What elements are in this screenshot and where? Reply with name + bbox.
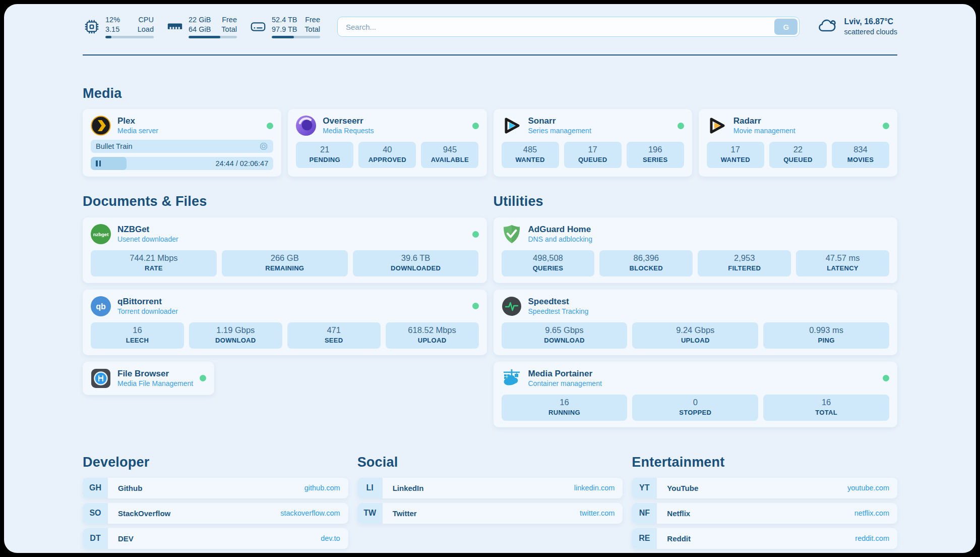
bookmark-name: Twitter [393, 509, 417, 518]
status-dot [200, 375, 206, 381]
service-card-overseerr[interactable]: Overseerr Media Requests 21 PENDING 40 A… [288, 109, 486, 177]
ram-total-label: Total [221, 25, 237, 34]
stat-approved: 40 APPROVED [358, 142, 416, 168]
ram-progress-bar [189, 36, 237, 38]
bookmark-name: Github [118, 484, 142, 492]
service-card-adguard[interactable]: AdGuard Home DNS and adblocking 498,508 … [494, 217, 898, 283]
portainer-icon [502, 368, 522, 388]
bookmark-github[interactable]: GH Github github.com [83, 478, 348, 498]
now-playing-row[interactable]: Bullet Train [91, 140, 273, 153]
pause-icon [96, 160, 101, 166]
weather-location-temp: Lviv, 16.87°C [844, 17, 897, 27]
playback-time: 24:44 / 02:06:47 [215, 159, 268, 168]
disk-free-label: Free [305, 15, 320, 24]
stat-download: 9.65 Gbps DOWNLOAD [502, 322, 628, 349]
service-card-portainer[interactable]: Media Portainer Container management 16 … [494, 362, 898, 427]
media-card-row: Plex Media server Bullet Train 24:44 / 0… [83, 109, 897, 177]
service-card-speedtest[interactable]: Speedtest Speedtest Tracking 9.65 Gbps D… [494, 290, 898, 355]
bookmark-abbr: GH [83, 478, 108, 498]
service-card-nzbget[interactable]: nzbget NZBGet Usenet downloader 744.21 M… [83, 217, 487, 283]
plex-icon [91, 116, 111, 136]
bookmark-group-developer: Developer GH Github github.com SO StackO… [83, 455, 348, 549]
bookmark-twitter[interactable]: TW Twitter twitter.com [357, 503, 623, 524]
bookmark-linkedin[interactable]: LI LinkedIn linkedin.com [357, 478, 623, 498]
bookmark-abbr: YT [632, 478, 657, 498]
ram-icon [166, 18, 184, 36]
sonarr-icon [502, 116, 522, 136]
section-title-media: Media [83, 86, 897, 101]
stat-queued: 22 QUEUED [769, 142, 827, 168]
utilities-column: Utilities AdGuard Home DNS and adblockin… [494, 194, 898, 427]
bookmark-abbr: LI [357, 478, 383, 498]
speedtest-icon [502, 296, 522, 316]
cpu-load-label: Load [138, 25, 154, 34]
service-title: Plex [117, 116, 158, 126]
radarr-icon [707, 116, 727, 136]
cpu-icon [83, 18, 101, 36]
stat-downloaded: 39.6 TB DOWNLOADED [353, 250, 479, 276]
bookmark-name: StackOverflow [118, 509, 170, 518]
weather-widget[interactable]: Lviv, 16.87°C scattered clouds [817, 15, 897, 38]
service-card-filebrowser[interactable]: File Browser Media File Management [83, 362, 214, 395]
service-card-plex[interactable]: Plex Media server Bullet Train 24:44 / 0… [83, 109, 281, 177]
bookmark-url: netflix.com [854, 509, 889, 517]
search-bar: G [337, 17, 800, 37]
service-desc: Media File Management [117, 379, 193, 388]
bookmark-name: Reddit [667, 534, 691, 543]
service-title: Media Portainer [528, 368, 602, 379]
stat-blocked: 86,396 BLOCKED [599, 250, 693, 276]
stat-download: 1.19 Gbps DOWNLOAD [189, 322, 282, 349]
bookmark-netflix[interactable]: NF Netflix netflix.com [632, 503, 897, 524]
ram-free-label: Free [222, 15, 237, 24]
stat-rate: 744.21 Mbps RATE [91, 250, 217, 276]
bookmark-abbr: NF [632, 503, 657, 524]
bookmark-stackoverflow[interactable]: SO StackOverflow stackoverflow.com [83, 503, 348, 524]
service-desc: Speedtest Tracking [528, 307, 589, 316]
bookmark-url: github.com [304, 484, 340, 492]
bookmark-url: youtube.com [847, 484, 889, 492]
stat-ping: 0.993 ms PING [763, 322, 889, 349]
status-dot [472, 123, 479, 129]
dashboard-page: 12% CPU 3.15 Load [4, 4, 976, 553]
section-title-documents: Documents & Files [83, 194, 487, 209]
bookmark-url: linkedin.com [574, 484, 615, 492]
stat-remaining: 266 GB REMAINING [222, 250, 348, 276]
section-title-utilities: Utilities [494, 194, 898, 209]
service-desc: DNS and adblocking [528, 235, 593, 244]
service-title: Radarr [733, 116, 795, 126]
service-desc: Container management [528, 379, 602, 388]
playback-progress-row[interactable]: 24:44 / 02:06:47 [91, 157, 273, 170]
service-title: File Browser [117, 368, 193, 379]
stat-upload: 9.24 Gbps UPLOAD [632, 322, 758, 349]
disk-icon [249, 18, 267, 36]
disk-total-label: Total [304, 25, 320, 34]
stat-upload: 618.52 Mbps UPLOAD [386, 322, 479, 349]
stat-queued: 17 QUEUED [564, 142, 622, 168]
cpu-load-value: 3.15 [105, 25, 119, 34]
search-provider-button[interactable]: G [774, 19, 798, 35]
disk-widget: 52.4 TB Free 97.9 TB Total [249, 15, 320, 38]
stat-movies: 834 MOVIES [832, 142, 889, 168]
service-card-radarr[interactable]: Radarr Movie management 17 WANTED 22 QUE… [699, 109, 897, 177]
svg-text:nzbget: nzbget [93, 232, 109, 237]
service-desc: Torrent downloader [117, 307, 178, 316]
bookmark-dev[interactable]: DT DEV dev.to [83, 528, 348, 549]
stat-running: 16 RUNNING [502, 395, 628, 421]
bookmark-youtube[interactable]: YT YouTube youtube.com [632, 478, 897, 498]
service-desc: Movie management [733, 127, 795, 136]
disk-progress-bar [272, 36, 320, 38]
filebrowser-icon [91, 368, 111, 388]
bookmark-abbr: DT [83, 528, 108, 549]
bookmark-name: Netflix [667, 509, 690, 518]
search-input[interactable] [337, 17, 800, 37]
service-card-sonarr[interactable]: Sonarr Series management 485 WANTED 17 Q… [494, 109, 692, 177]
stat-wanted: 485 WANTED [502, 142, 559, 168]
bookmark-abbr: SO [83, 503, 108, 524]
bookmark-reddit[interactable]: RE Reddit reddit.com [632, 528, 897, 549]
bookmark-abbr: RE [632, 528, 657, 549]
status-dot [883, 123, 889, 129]
service-desc: Media server [117, 127, 158, 136]
bookmark-url: dev.to [321, 534, 340, 542]
service-card-qbittorrent[interactable]: qb qBittorrent Torrent downloader 16 LEE… [83, 290, 487, 355]
adguard-icon [502, 224, 522, 244]
